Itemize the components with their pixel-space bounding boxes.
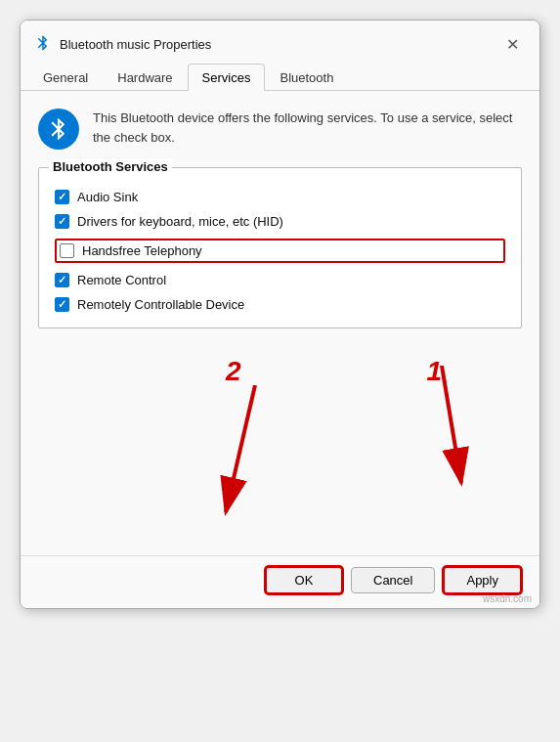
tab-bar: General Hardware Services Bluetooth (21, 64, 539, 91)
footer: OK Cancel Apply (21, 555, 539, 608)
number-2-label: 2 (226, 356, 241, 387)
cancel-button[interactable]: Cancel (351, 567, 435, 593)
service-remote-control: Remote Control (55, 273, 505, 287)
checkbox-hid[interactable] (55, 214, 69, 229)
content-area: This Bluetooth device offers the followi… (21, 91, 539, 555)
label-remotely-controllable: Remotely Controllable Device (77, 297, 244, 312)
properties-window: Bluetooth music Properties ✕ General Har… (20, 20, 540, 609)
label-audio-sink: Audio Sink (77, 190, 138, 204)
bluetooth-icon (38, 109, 79, 150)
checkbox-remotely-controllable[interactable] (55, 297, 69, 312)
label-handsfree: Handsfree Telephony (82, 243, 202, 258)
title-bar-left: Bluetooth music Properties (34, 34, 211, 55)
service-audio-sink: Audio Sink (55, 190, 505, 204)
svg-line-3 (442, 366, 461, 483)
tab-general[interactable]: General (28, 64, 103, 91)
checkbox-audio-sink[interactable] (55, 190, 69, 204)
service-remotely-controllable: Remotely Controllable Device (55, 297, 505, 312)
title-bar: Bluetooth music Properties ✕ (21, 21, 539, 64)
ok-button[interactable]: OK (265, 566, 343, 594)
arrow-2-svg (196, 385, 314, 532)
services-group-label: Bluetooth Services (49, 159, 172, 174)
watermark: wsxdn.com (483, 593, 532, 604)
tab-bluetooth[interactable]: Bluetooth (265, 64, 348, 91)
service-hid: Drivers for keyboard, mice, etc (HID) (55, 214, 505, 229)
apply-button[interactable]: Apply (443, 566, 522, 594)
info-description: This Bluetooth device offers the followi… (93, 109, 522, 147)
title-bar-icon (34, 34, 52, 55)
arrow-1-svg (393, 366, 491, 512)
arrow-area: 2 1 (21, 346, 539, 542)
close-button[interactable]: ✕ (498, 30, 526, 58)
window-title: Bluetooth music Properties (60, 37, 211, 52)
services-group: Bluetooth Services Audio Sink Drivers fo… (38, 167, 522, 328)
checkbox-handsfree[interactable] (60, 243, 74, 258)
tab-services[interactable]: Services (188, 64, 266, 91)
info-box: This Bluetooth device offers the followi… (38, 109, 522, 150)
tab-hardware[interactable]: Hardware (103, 64, 187, 91)
label-hid: Drivers for keyboard, mice, etc (HID) (77, 214, 283, 229)
checkbox-remote-control[interactable] (55, 273, 69, 287)
label-remote-control: Remote Control (77, 273, 166, 287)
service-handsfree: Handsfree Telephony (55, 239, 505, 263)
window-body: This Bluetooth device offers the followi… (21, 91, 539, 608)
svg-line-1 (226, 385, 255, 512)
